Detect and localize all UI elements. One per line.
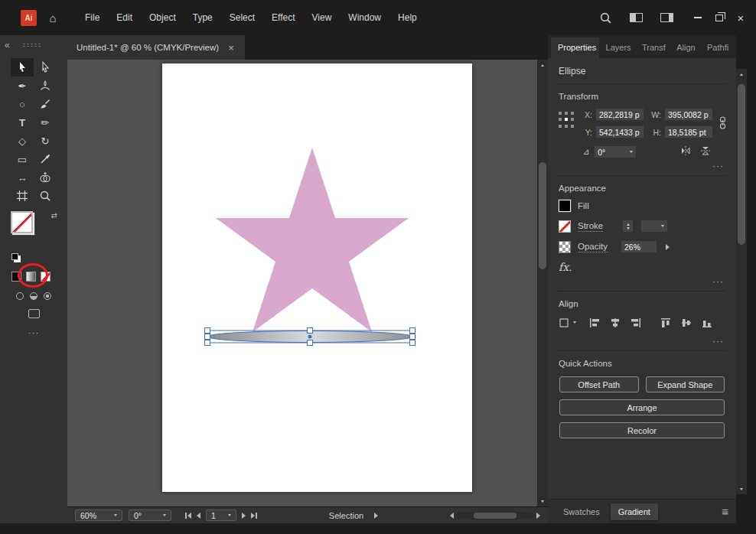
first-artboard-icon[interactable] [185, 513, 191, 519]
transform-more-options-icon[interactable]: ··· [559, 159, 725, 171]
stroke-weight-select[interactable] [640, 220, 668, 233]
width-tool[interactable]: ↔ [11, 168, 34, 187]
next-artboard-icon[interactable] [242, 513, 246, 519]
collapse-toolbar-icon[interactable]: « [5, 40, 10, 50]
stroke-label[interactable]: Stroke [578, 221, 603, 232]
appearance-more-options-icon[interactable]: ··· [559, 275, 725, 287]
arrange-button[interactable]: Arrange [559, 399, 725, 415]
illustrator-logo[interactable]: Ai [21, 10, 37, 26]
direct-selection-tool[interactable] [34, 58, 57, 77]
zoom-level-select[interactable]: 60% [75, 510, 122, 521]
minimize-button[interactable] [687, 8, 709, 27]
menu-effect[interactable]: Effect [263, 8, 303, 28]
recolor-button[interactable]: Recolor [559, 422, 725, 438]
width-input[interactable]: 395,0082 p [664, 108, 713, 121]
none-button[interactable] [41, 272, 51, 282]
home-icon[interactable]: ⌂ [43, 8, 63, 27]
x-input[interactable]: 282,2819 p [595, 108, 644, 121]
paintbrush-tool[interactable] [34, 95, 57, 113]
align-to-select[interactable] [559, 317, 576, 329]
menu-select[interactable]: Select [221, 8, 263, 28]
menu-file[interactable]: File [77, 8, 108, 28]
offset-path-button[interactable]: Offset Path [559, 376, 639, 392]
flip-vertical-icon[interactable] [699, 145, 712, 159]
scrollbar-thumb[interactable] [474, 513, 516, 519]
align-bottom-icon[interactable] [699, 315, 714, 330]
center-point[interactable] [308, 335, 312, 339]
height-input[interactable]: 18,5185 pt [664, 125, 713, 138]
selected-ellipse[interactable] [67, 60, 537, 506]
opacity-expand-icon[interactable] [666, 244, 670, 250]
screen-mode-button[interactable] [28, 309, 40, 318]
scrollbar-track[interactable] [736, 80, 747, 484]
selection-handle[interactable] [205, 328, 210, 334]
align-right-icon[interactable] [628, 315, 643, 330]
tab-swatches[interactable]: Swatches [556, 503, 608, 520]
color-button[interactable] [11, 272, 21, 282]
align-top-icon[interactable] [658, 315, 673, 330]
stroke-weight-stepper[interactable] [622, 220, 634, 233]
zoom-tool[interactable] [34, 187, 57, 205]
tab-properties[interactable]: Properties [551, 37, 599, 58]
tab-align[interactable]: Align [670, 37, 700, 58]
menu-window[interactable]: Window [340, 8, 389, 28]
toolbar-grip[interactable] [22, 43, 42, 47]
canvas[interactable] [67, 60, 537, 506]
search-icon[interactable] [595, 9, 615, 26]
fill-label[interactable]: Fill [578, 201, 589, 210]
opacity-input[interactable]: 26% [621, 240, 657, 253]
pen-tool[interactable]: ✒ [11, 77, 34, 95]
scrollbar-thumb[interactable] [539, 162, 546, 269]
opacity-label[interactable]: Opacity [578, 242, 608, 252]
align-left-icon[interactable] [587, 315, 601, 330]
gradient-button[interactable] [26, 272, 36, 282]
reference-point-locator[interactable] [559, 112, 575, 129]
rotate-tool[interactable]: ↻ [34, 132, 57, 150]
stroke-swatch[interactable] [11, 211, 33, 233]
stroke-color-swatch[interactable] [559, 220, 571, 233]
swap-fill-stroke-icon[interactable]: ⇄ [51, 211, 57, 220]
scroll-left-icon[interactable] [450, 513, 454, 519]
flip-horizontal-icon[interactable] [679, 145, 692, 159]
rotation-select[interactable]: 0° [129, 510, 171, 521]
menu-edit[interactable]: Edit [108, 8, 141, 28]
workspace-switcher-icon[interactable] [657, 9, 676, 26]
expand-shape-button[interactable]: Expand Shape [646, 376, 725, 392]
selection-handle[interactable] [205, 340, 210, 346]
status-expand-icon[interactable] [374, 513, 378, 519]
selection-handle[interactable] [410, 340, 415, 346]
tab-transform[interactable]: Transf [635, 37, 670, 58]
last-artboard-icon[interactable] [251, 513, 257, 519]
selection-tool[interactable] [11, 58, 34, 77]
opacity-swatch[interactable] [559, 241, 571, 253]
tab-gradient[interactable]: Gradient [611, 503, 658, 520]
rotation-angle-select[interactable]: 0° [594, 145, 637, 158]
artboard-tool[interactable] [11, 187, 34, 205]
fx-effects-button[interactable]: fx. [559, 261, 572, 273]
eyedropper-tool[interactable] [34, 150, 57, 168]
scroll-down-icon[interactable] [736, 484, 747, 494]
y-input[interactable]: 542,1433 p [595, 125, 644, 138]
menu-object[interactable]: Object [141, 8, 184, 28]
align-more-options-icon[interactable]: ··· [559, 334, 725, 347]
pencil-tool[interactable]: ✏ [34, 113, 57, 132]
tab-layers[interactable]: Layers [599, 37, 635, 58]
draw-behind-icon[interactable] [30, 292, 37, 300]
scroll-up-icon[interactable] [736, 69, 747, 80]
scrollbar-track[interactable] [457, 512, 533, 519]
selection-handle[interactable] [410, 328, 415, 334]
scrollbar-track[interactable] [537, 70, 548, 496]
close-button[interactable]: × [730, 8, 751, 27]
eraser-tool[interactable]: ◇ [11, 132, 34, 150]
previous-artboard-icon[interactable] [197, 513, 200, 519]
curvature-tool[interactable] [34, 77, 57, 95]
draw-normal-icon[interactable] [16, 292, 24, 300]
document-tab[interactable]: Untitled-1* @ 60 % (CMYK/Preview) × [67, 35, 245, 60]
scroll-right-icon[interactable] [536, 513, 540, 519]
selection-handle[interactable] [410, 334, 415, 340]
menu-view[interactable]: View [304, 8, 341, 28]
shape-builder-tool[interactable] [34, 168, 57, 187]
artboard-number-select[interactable]: 1 [206, 510, 236, 521]
scroll-up-icon[interactable] [537, 60, 548, 70]
edit-toolbar-icon[interactable]: ··· [0, 327, 67, 338]
